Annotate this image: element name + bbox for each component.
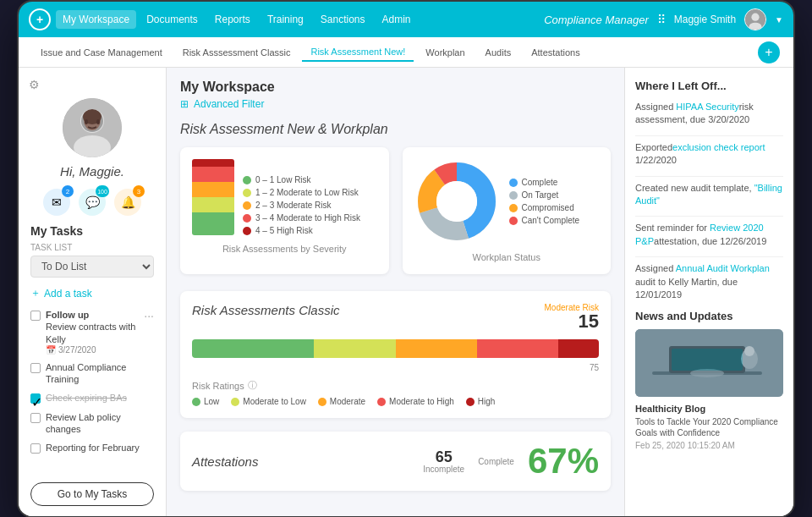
info-icon[interactable]: ⓘ [248, 379, 257, 392]
task-checkbox-1[interactable] [30, 311, 41, 321]
go-to-my-tasks-button[interactable]: Go to My Tasks [30, 482, 154, 506]
news-title: News and Updates [635, 310, 783, 322]
user-name: Maggie Smith [674, 14, 736, 25]
legend-mod-low: 1 – 2 Moderate to Low Risk [243, 188, 360, 197]
nav-item-documents[interactable]: Documents [140, 10, 205, 29]
risk-legend-dot-mod-low [231, 398, 239, 406]
legend-label-low: 0 – 1 Low Risk [255, 175, 311, 184]
task-list-select[interactable]: To Do List [30, 256, 154, 278]
svg-rect-24 [672, 349, 743, 371]
activity-4-suffix: attestation, due 12/26/2019 [654, 236, 766, 246]
task-item-4: Review Lab policy changes [30, 411, 154, 436]
risk-bar [192, 339, 599, 358]
task-checkbox-3[interactable]: ✓ [30, 393, 41, 404]
risk-legend-label-mod-high: Moderate to High [389, 397, 454, 406]
risk-bar-mod-low [314, 339, 395, 358]
news-item-title[interactable]: Tools to Tackle Your 2020 Compliance Goa… [635, 416, 783, 438]
donut-dot-compromised [509, 204, 518, 212]
subnav-workplan[interactable]: Workplan [417, 44, 473, 61]
legend-label-high: 4 – 5 High Risk [255, 226, 313, 235]
activity-2-link[interactable]: exclusion check report [672, 142, 765, 152]
task-badge-email[interactable]: ✉ 2 [43, 189, 70, 216]
task-text-2: Annual Compliance Training [46, 361, 154, 386]
risk-legend-label-mod-low: Moderate to Low [243, 397, 306, 406]
nav-item-sanctions[interactable]: Sanctions [314, 10, 372, 29]
nav-item-reports[interactable]: Reports [208, 10, 257, 29]
plus-icon: ＋ [30, 286, 41, 300]
subnav-new[interactable]: Risk Assessment New! [302, 43, 414, 62]
profile-photo [63, 98, 122, 157]
workspace-title: My Workspace [180, 80, 611, 95]
nav-item-admin[interactable]: Admin [376, 10, 418, 29]
legend-dot-high [243, 227, 251, 235]
settings-icon[interactable]: ⚙ [29, 78, 40, 91]
risk-legend-mod: Moderate [318, 397, 365, 406]
activity-5-prefix: Assigned [635, 263, 676, 273]
task-item-1: Follow up Review contracts with Kelly 📅 … [30, 309, 154, 355]
legend-label-mod: 2 – 3 Moderate Risk [255, 201, 332, 210]
risk-legend-dot-mod-high [377, 398, 386, 406]
task-badge-alert[interactable]: 🔔 3 [114, 189, 141, 216]
risk-scale: 75 [192, 363, 599, 372]
activity-divider-1 [635, 135, 783, 136]
task-text-4: Review Lab policy changes [46, 411, 154, 436]
activity-5-link[interactable]: Annual Audit Workplan [676, 263, 770, 273]
activity-1-link[interactable]: HIPAA Security [676, 102, 738, 112]
risk-legend-mod-low: Moderate to Low [231, 397, 306, 406]
task-more-icon[interactable]: ··· [144, 309, 154, 322]
subnav-classic[interactable]: Risk Asssessment Classic [174, 44, 299, 61]
activity-divider-4 [635, 256, 783, 257]
att-incomplete-stat: 65 Incomplete [423, 449, 464, 474]
donut-legend-cantcomplete: Can't Complete [509, 216, 580, 225]
task-text-1: Follow up [46, 309, 154, 321]
donut-svg [414, 159, 499, 244]
donut-label-cantcomplete: Can't Complete [522, 216, 580, 225]
task-badge-message[interactable]: 💬 100 [79, 189, 106, 216]
risk-legend-dot-low [192, 398, 200, 406]
device-frame: + My Workspace Documents Reports Trainin… [17, 0, 795, 517]
task-checkbox-4[interactable] [30, 413, 41, 423]
nav-right: Compliance Manager ⠿ Maggie Smith ▼ [544, 8, 783, 30]
risk-section-title: Risk Assessment New & Workplan [180, 122, 611, 137]
filter-text[interactable]: Advanced Filter [194, 98, 264, 110]
add-tab-button[interactable]: + [758, 41, 780, 63]
task-checkbox-5[interactable] [30, 443, 41, 454]
nav-item-workspace[interactable]: My Workspace [56, 10, 136, 29]
bar-mod [192, 182, 234, 197]
legend-label-mod-high: 3 – 4 Moderate to High Risk [255, 213, 360, 223]
task-item-5: Reporting for February [30, 442, 154, 454]
task-text-3: Check expiring BAs [46, 392, 154, 404]
risk-legend-label-high: High [478, 397, 496, 406]
bar-chart-card: 0 – 1 Low Risk 1 – 2 Moderate to Low Ris… [180, 147, 389, 274]
activity-2-suffix: 1/22/2020 [635, 155, 677, 165]
message-count: 100 [96, 185, 109, 197]
grid-icon[interactable]: ⠿ [657, 13, 666, 26]
subnav-audits[interactable]: Audits [477, 44, 520, 61]
task-subtext-1: Review contracts with Kelly [46, 321, 154, 345]
att-complete-stat: Complete [478, 457, 514, 466]
risk-bar-mod [396, 339, 477, 358]
donut-area: Complete On Target Compromised [414, 159, 600, 244]
donut-label-ontarget: On Target [522, 190, 559, 200]
nav-logo[interactable]: + [29, 8, 51, 30]
subnav-attestations[interactable]: Attestations [523, 44, 588, 61]
svg-point-10 [96, 119, 100, 124]
attestations-title: Attestations [192, 454, 258, 469]
add-task-label: Add a task [44, 288, 92, 300]
activity-3-prefix: Created new audit template, [635, 183, 754, 193]
nav-item-training[interactable]: Training [261, 10, 310, 29]
legend-low: 0 – 1 Low Risk [243, 175, 360, 184]
user-menu-arrow[interactable]: ▼ [775, 15, 783, 25]
svg-point-2 [749, 23, 762, 30]
add-task-button[interactable]: ＋ Add a task [30, 286, 92, 300]
bar-chart-label: Risk Assessments by Severity [192, 244, 377, 254]
legend-label-mod-low: 1 – 2 Moderate to Low Risk [255, 188, 359, 197]
avatar[interactable] [744, 8, 766, 30]
task-checkbox-2[interactable] [30, 363, 41, 373]
svg-point-16 [436, 181, 477, 222]
donut-dot-ontarget [509, 191, 518, 200]
subnav-issue[interactable]: Issue and Case Management [32, 44, 171, 61]
activity-divider-3 [635, 216, 783, 217]
legend-dot-mod-high [243, 214, 251, 223]
activity-1-prefix: Assigned [635, 102, 676, 112]
